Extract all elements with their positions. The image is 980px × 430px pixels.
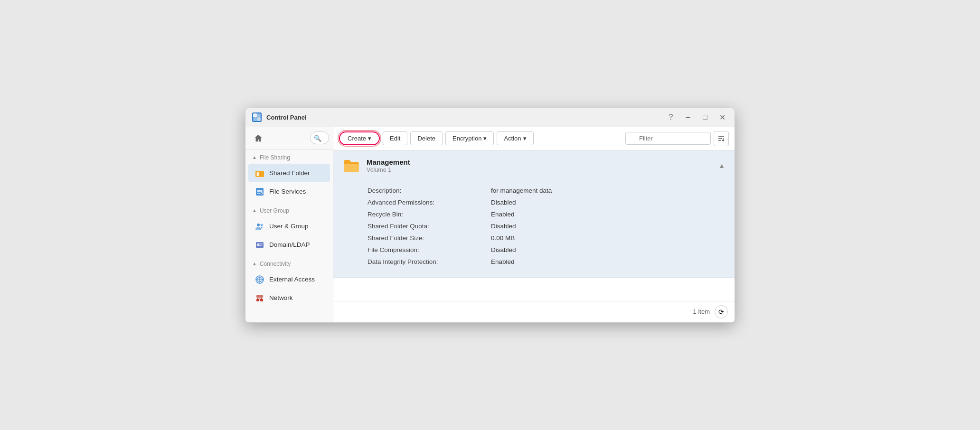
close-button[interactable]: ✕ [716,111,729,124]
sidebar-item-label: External Access [269,276,315,283]
sidebar-item-domain-ldap[interactable]: Domain/LDAP [248,236,330,254]
section-user-group[interactable]: ▲ User Group [245,203,333,217]
detail-row-recycle-bin: Recycle Bin: Enabled [368,208,725,220]
sidebar: 🔍 ▲ File Sharing Shared Fol [245,127,333,322]
window-controls: ? – □ ✕ [664,111,729,124]
detail-row-folder-size: Shared Folder Size: 0.00 MB [368,232,725,244]
filter-wrap: ▿ [625,132,711,145]
encryption-button[interactable]: Encryption ▾ [445,131,494,145]
sidebar-item-shared-folder[interactable]: Shared Folder [248,164,330,182]
detail-label: Shared Folder Size: [368,234,491,242]
search-icon: 🔍 [314,134,321,141]
maximize-button[interactable]: □ [698,111,712,124]
filter-area: ▿ [625,131,729,146]
svg-rect-24 [260,299,263,301]
filter-input[interactable] [625,132,711,145]
item-count: 1 item [693,308,710,315]
detail-value: Disabled [491,223,516,230]
status-bar: 1 item ⟳ [333,301,735,322]
detail-row-data-integrity: Data Integrity Protection: Enabled [368,256,725,268]
help-button[interactable]: ? [664,111,678,124]
sidebar-item-user-group[interactable]: User & Group [248,217,330,235]
detail-row-compression: File Compression: Disabled [368,244,725,256]
detail-row-folder-quota: Shared Folder Quota: Disabled [368,220,725,232]
detail-label: Advanced Permissions: [368,199,491,206]
sort-button[interactable] [714,131,729,146]
detail-row-description: Description: for management data [368,185,725,196]
detail-row-advanced-permissions: Advanced Permissions: Disabled [368,196,725,208]
chevron-up-icon: ▲ [718,162,725,169]
right-panel: Create ▾ Edit Delete Encryption ▾ Action… [333,127,735,322]
dropdown-arrow-icon: ▾ [368,135,371,142]
folder-icon [343,157,360,174]
collapse-icon: ▲ [252,261,257,266]
detail-label: Shared Folder Quota: [368,223,491,230]
folder-item-management: Management Volume 1 ▲ Description: for m… [333,150,735,278]
section-file-sharing[interactable]: ▲ File Sharing [245,150,333,164]
create-button[interactable]: Create ▾ [339,131,380,145]
minimize-button[interactable]: – [681,111,695,124]
sidebar-item-file-services[interactable]: File Services [248,183,330,201]
folder-info: Management Volume 1 [367,158,712,173]
user-group-icon [255,222,264,231]
svg-rect-3 [253,117,257,121]
svg-point-9 [257,224,260,226]
folder-subtitle: Volume 1 [367,167,712,173]
window-title: Control Panel [266,114,664,121]
detail-label: File Compression: [368,246,491,253]
collapse-icon: ▲ [252,208,257,213]
svg-rect-1 [253,113,257,117]
domain-icon [255,240,264,250]
sidebar-item-label: Domain/LDAP [269,241,310,248]
content-area: Management Volume 1 ▲ Description: for m… [333,150,735,301]
title-bar: Control Panel ? – □ ✕ [245,108,735,127]
action-button[interactable]: Action ▾ [497,131,533,145]
refresh-button[interactable]: ⟳ [715,305,728,318]
sidebar-item-label: User & Group [269,223,309,230]
sidebar-item-label: Shared Folder [269,169,310,177]
folder-item-header[interactable]: Management Volume 1 ▲ [333,150,735,181]
detail-value: Enabled [491,211,515,218]
detail-value: 0.00 MB [491,234,515,242]
detail-label: Data Integrity Protection: [368,258,491,265]
edit-button[interactable]: Edit [383,131,407,145]
delete-button[interactable]: Delete [410,131,443,145]
svg-rect-20 [256,295,263,298]
svg-rect-12 [257,243,259,246]
control-panel-window: Control Panel ? – □ ✕ 🔍 [245,108,735,323]
svg-rect-13 [259,243,263,244]
external-access-icon [255,275,264,284]
toolbar: Create ▾ Edit Delete Encryption ▾ Action… [333,127,735,150]
main-content: 🔍 ▲ File Sharing Shared Fol [245,127,735,322]
sidebar-item-label: File Services [269,188,306,195]
sidebar-item-label: Network [269,294,293,301]
svg-rect-14 [259,245,262,246]
svg-point-10 [261,224,263,226]
sidebar-item-external-access[interactable]: External Access [248,271,330,289]
detail-value: Disabled [491,246,516,253]
sidebar-item-network[interactable]: Network [248,289,330,307]
svg-rect-2 [257,113,261,117]
svg-rect-4 [257,117,261,121]
detail-value: Disabled [491,199,516,206]
svg-rect-7 [257,174,259,176]
file-services-icon [255,187,264,196]
detail-label: Recycle Bin: [368,211,491,218]
section-connectivity[interactable]: ▲ Connectivity [245,256,333,270]
dropdown-arrow-icon: ▾ [523,135,527,142]
detail-value: Enabled [491,258,515,265]
collapse-icon: ▲ [252,155,257,160]
network-icon [255,293,264,303]
detail-value: for management data [491,187,552,194]
detail-label: Description: [368,187,491,194]
dropdown-arrow-icon: ▾ [483,135,487,142]
shared-folder-icon [255,168,264,178]
home-button[interactable] [249,131,307,145]
folder-name: Management [367,158,712,166]
folder-details: Description: for management data Advance… [333,181,735,277]
app-icon [251,112,263,123]
